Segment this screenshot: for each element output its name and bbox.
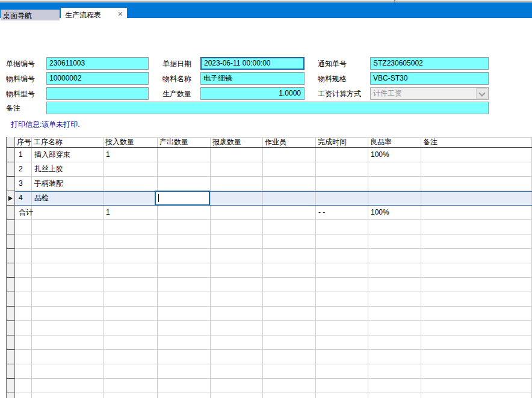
cell-name[interactable]: 插入部穿束	[32, 148, 104, 162]
cell-output[interactable]	[158, 350, 211, 364]
cell-name[interactable]	[32, 220, 104, 234]
cell-name[interactable]	[32, 234, 104, 248]
cell-input[interactable]	[104, 393, 158, 398]
cell-finish[interactable]	[316, 278, 368, 292]
cell-operator[interactable]	[263, 206, 316, 219]
column-header-1[interactable]: 序号	[15, 138, 32, 147]
empty-row[interactable]	[15, 249, 532, 263]
cell-note[interactable]	[421, 335, 532, 349]
cell-finish[interactable]	[316, 192, 368, 205]
material-model-field[interactable]	[46, 87, 149, 100]
cell-scrap[interactable]	[211, 177, 263, 191]
cell-input[interactable]	[104, 379, 158, 393]
cell-note[interactable]	[421, 249, 532, 263]
tab-desktop-navigation[interactable]: 桌面导航	[1, 10, 60, 20]
cell-scrap[interactable]	[211, 206, 263, 219]
cell-yield[interactable]	[368, 379, 421, 393]
cell-yield[interactable]	[368, 292, 421, 306]
cell-seq[interactable]	[15, 249, 32, 263]
cell-finish[interactable]	[316, 263, 368, 277]
cell-input[interactable]	[104, 292, 158, 306]
cell-name[interactable]	[32, 292, 104, 306]
cell-seq[interactable]	[15, 263, 32, 277]
cell-output[interactable]	[158, 206, 211, 219]
cell-operator[interactable]	[263, 364, 316, 378]
cell-finish[interactable]	[316, 307, 368, 320]
cell-operator[interactable]	[263, 292, 316, 306]
cell-finish[interactable]	[316, 177, 368, 191]
empty-row[interactable]	[15, 379, 532, 393]
column-header-8[interactable]: 良品率	[368, 138, 421, 147]
cell-name[interactable]	[32, 307, 104, 320]
cell-input[interactable]: 1	[104, 206, 158, 219]
cell-operator[interactable]	[263, 148, 316, 162]
empty-row[interactable]	[15, 393, 532, 398]
table-row[interactable]: 2扎丝上胶	[15, 162, 532, 177]
cell-finish[interactable]	[316, 234, 368, 248]
empty-row[interactable]	[15, 364, 532, 379]
cell-seq[interactable]: 1	[15, 148, 32, 162]
cell-output[interactable]	[158, 148, 211, 162]
cell-name[interactable]	[32, 249, 104, 263]
cell-finish[interactable]	[316, 379, 368, 393]
column-header-6[interactable]: 作业员	[263, 138, 316, 147]
empty-row[interactable]	[15, 335, 532, 350]
cell-finish[interactable]	[316, 364, 368, 378]
cell-seq[interactable]: 3	[15, 177, 32, 191]
cell-seq[interactable]	[15, 335, 32, 349]
cell-operator[interactable]	[263, 350, 316, 364]
cell-seq[interactable]	[15, 292, 32, 306]
cell-yield[interactable]	[368, 263, 421, 277]
cell-name[interactable]	[32, 350, 104, 364]
cell-yield[interactable]	[368, 249, 421, 263]
column-header-3[interactable]: 投入数量	[104, 138, 158, 147]
cell-name[interactable]	[32, 278, 104, 292]
cell-input[interactable]	[104, 162, 158, 176]
cell-scrap[interactable]	[211, 162, 263, 176]
cell-scrap[interactable]	[211, 263, 263, 277]
inline-edit-cell[interactable]	[155, 191, 210, 206]
cell-name[interactable]	[32, 393, 104, 398]
cell-note[interactable]	[421, 162, 532, 176]
cell-note[interactable]	[421, 263, 532, 277]
cell-seq[interactable]	[15, 220, 32, 234]
cell-operator[interactable]	[263, 162, 316, 176]
cell-operator[interactable]	[263, 321, 316, 335]
cell-yield[interactable]	[368, 350, 421, 364]
wage-method-select[interactable]: 计件工资	[370, 87, 489, 100]
empty-row[interactable]	[15, 220, 532, 234]
cell-operator[interactable]	[263, 220, 316, 234]
cell-input[interactable]	[104, 177, 158, 191]
cell-note[interactable]	[421, 350, 532, 364]
cell-input[interactable]	[104, 321, 158, 335]
column-header-2[interactable]: 工序名称	[32, 138, 104, 147]
cell-yield[interactable]	[368, 220, 421, 234]
cell-yield[interactable]	[368, 278, 421, 292]
cell-input[interactable]	[104, 364, 158, 378]
cell-note[interactable]	[421, 220, 532, 234]
cell-name[interactable]	[32, 335, 104, 349]
cell-seq[interactable]	[15, 350, 32, 364]
cell-note[interactable]	[421, 148, 532, 162]
close-icon[interactable]: ×	[118, 9, 123, 19]
column-header-9[interactable]: 备注	[421, 138, 532, 147]
cell-name[interactable]	[32, 263, 104, 277]
cell-yield[interactable]	[368, 393, 421, 398]
cell-note[interactable]	[421, 393, 532, 398]
cell-name[interactable]	[32, 379, 104, 393]
column-header-5[interactable]: 报废数量	[211, 138, 263, 147]
tab-production-process-sheet[interactable]: 生产流程表 ×	[61, 8, 127, 20]
cell-output[interactable]	[158, 321, 211, 335]
cell-input[interactable]	[104, 192, 158, 205]
cell-finish[interactable]: - -	[316, 206, 368, 219]
cell-output[interactable]	[158, 162, 211, 176]
cell-input[interactable]	[104, 278, 158, 292]
cell-note[interactable]	[421, 364, 532, 378]
cell-operator[interactable]	[263, 249, 316, 263]
cell-note[interactable]	[421, 206, 532, 219]
cell-seq[interactable]	[15, 393, 32, 398]
empty-row[interactable]	[15, 307, 532, 321]
cell-output[interactable]	[158, 249, 211, 263]
cell-seq[interactable]	[15, 321, 32, 335]
cell-operator[interactable]	[263, 393, 316, 398]
